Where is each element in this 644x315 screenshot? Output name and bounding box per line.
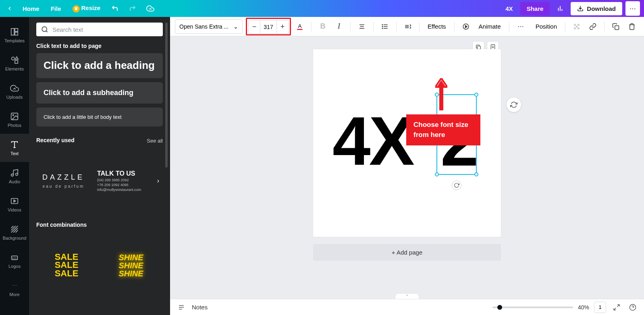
undo-button[interactable] — [108, 1, 122, 16]
font-size-increase[interactable]: + — [277, 21, 288, 33]
file-menu[interactable]: File — [47, 3, 65, 15]
doc-title[interactable]: 4X — [505, 5, 513, 12]
quick-action-button[interactable] — [507, 97, 521, 112]
more-button[interactable]: ⋯ — [625, 1, 640, 16]
svg-point-37 — [382, 28, 383, 29]
add-body-button[interactable]: Click to add a little bit of body text — [36, 108, 163, 126]
chevron-down-icon: ⌄ — [233, 23, 238, 30]
nav-label: Logos — [8, 264, 21, 269]
svg-line-22 — [16, 230, 18, 233]
svg-line-21 — [13, 228, 18, 232]
back-button[interactable] — [4, 3, 15, 14]
nav-photos[interactable]: Photos — [0, 106, 29, 134]
effects-button[interactable]: Effects — [424, 23, 450, 30]
thumb-text: info@mollysrestaurant.com — [97, 188, 141, 192]
position-button[interactable]: Position — [532, 23, 561, 30]
resize-handle[interactable] — [435, 172, 439, 176]
panel-scrollbar[interactable] — [165, 23, 168, 168]
font-size-decrease[interactable]: − — [249, 21, 260, 33]
text-color-button[interactable]: A — [293, 19, 307, 34]
crown-icon: ♛ — [73, 5, 80, 12]
next-templates-button[interactable]: › — [154, 176, 163, 186]
nav-audio[interactable]: Audio — [0, 162, 29, 190]
align-button[interactable] — [355, 19, 369, 34]
resize-handle[interactable] — [474, 93, 478, 97]
download-button[interactable]: Download — [571, 2, 622, 15]
page-indicator[interactable]: 1 — [594, 302, 606, 313]
canvas-text-4x[interactable]: 4X — [332, 102, 413, 180]
resize-button[interactable]: ♛Resize — [69, 2, 105, 15]
italic-button[interactable]: I — [332, 19, 346, 34]
font-size-input[interactable]: 317 — [260, 21, 277, 33]
nav-uploads[interactable]: Uploads — [0, 77, 29, 106]
toolbar-more-button[interactable]: ⋯ — [513, 19, 528, 34]
nav-background[interactable]: Background — [0, 218, 29, 247]
zoom-thumb[interactable] — [497, 305, 502, 310]
text-icon — [10, 140, 19, 149]
svg-rect-47 — [578, 27, 580, 29]
videos-icon — [10, 196, 19, 206]
nav-label: Uploads — [6, 95, 23, 99]
notes-button[interactable]: Notes — [192, 304, 208, 311]
nav-templates[interactable]: Templates — [0, 21, 29, 49]
add-page-button[interactable]: + Add page — [313, 244, 501, 261]
thumb-text: SALE — [55, 269, 79, 278]
svg-rect-45 — [578, 24, 580, 26]
add-heading-button[interactable]: Click to add a heading — [36, 53, 163, 78]
nav-text[interactable]: Text — [0, 134, 29, 162]
transparency-button[interactable] — [569, 19, 584, 34]
font-combo-shine[interactable]: SHINE SHINE SHINE — [101, 235, 161, 296]
see-all-link[interactable]: See all — [147, 138, 163, 144]
more-icon: ⋯ — [10, 281, 19, 290]
add-subheading-button[interactable]: Click to add a subheading — [36, 82, 163, 104]
svg-rect-53 — [439, 86, 443, 110]
side-nav: Templates Elements Uploads Photos Text A… — [0, 17, 29, 315]
notes-icon — [176, 302, 187, 313]
nav-videos[interactable]: Videos — [0, 190, 29, 218]
help-button[interactable] — [627, 302, 638, 313]
nav-more[interactable]: ⋯More — [0, 275, 29, 303]
redo-button[interactable] — [125, 1, 140, 16]
search-input[interactable] — [52, 26, 158, 33]
link-button[interactable] — [586, 19, 600, 34]
canvas-viewport[interactable]: 4X 2 + Add page Ch — [170, 36, 644, 299]
svg-point-25 — [42, 27, 47, 31]
rotate-handle[interactable] — [452, 180, 461, 190]
nav-elements[interactable]: Elements — [0, 49, 29, 77]
thumb-text: SHINE — [118, 253, 143, 261]
search-input-wrap[interactable] — [36, 23, 163, 36]
thumb-text: SHINE — [118, 269, 143, 278]
page-drawer-toggle[interactable]: ⌃ — [395, 293, 419, 299]
svg-line-18 — [11, 226, 14, 228]
resize-handle[interactable] — [474, 172, 478, 176]
stats-button[interactable] — [553, 1, 567, 16]
font-family-select[interactable]: Open Sans Extra ... ⌄ — [175, 19, 243, 34]
svg-rect-28 — [297, 29, 302, 30]
home-button[interactable]: Home — [19, 3, 44, 15]
svg-rect-43 — [574, 24, 576, 26]
svg-point-14 — [11, 174, 14, 176]
svg-point-7 — [12, 57, 15, 60]
duplicate-button[interactable] — [609, 19, 623, 34]
share-button[interactable]: Share — [520, 2, 550, 15]
list-button[interactable] — [378, 19, 392, 34]
animate-button[interactable]: Animate — [475, 23, 505, 30]
text-template-talk[interactable]: TALK TO US (04) 298 3985 2092 +76 209 10… — [95, 151, 150, 211]
click-add-label: Click text to add to page — [36, 43, 163, 49]
delete-button[interactable] — [625, 19, 639, 34]
svg-line-59 — [617, 305, 619, 307]
nav-logos[interactable]: CO.Logos — [0, 247, 29, 275]
font-combo-sale[interactable]: SALE SALE SALE — [36, 235, 97, 296]
zoom-slider[interactable] — [492, 307, 573, 308]
svg-rect-8 — [15, 60, 18, 63]
fullscreen-button[interactable] — [611, 302, 622, 313]
nav-label: Videos — [8, 207, 21, 212]
svg-point-35 — [382, 24, 383, 25]
download-icon — [577, 5, 584, 12]
text-template-dazzle[interactable]: DAZZLE eau de parfum — [36, 151, 91, 211]
nav-label: Text — [10, 151, 19, 156]
zoom-value[interactable]: 40% — [578, 304, 589, 311]
cloud-save-icon[interactable] — [143, 1, 158, 16]
spacing-button — [401, 19, 415, 34]
bold-button[interactable]: B — [316, 19, 330, 34]
